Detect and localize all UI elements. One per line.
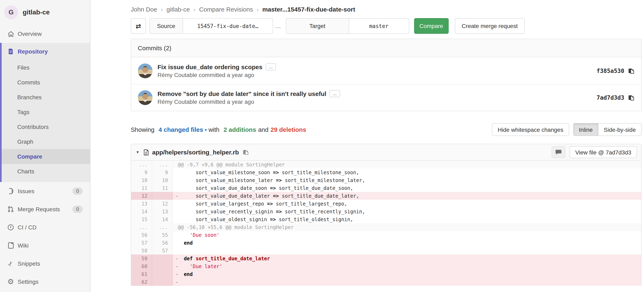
new-line-number[interactable]: 11: [152, 184, 172, 192]
toggle-comments-button[interactable]: [552, 146, 566, 158]
avatar: [138, 63, 152, 78]
diff-line-row: 1312 sort_value_largest_repo => sort_tit…: [131, 200, 641, 208]
new-line-number[interactable]: 55: [152, 231, 172, 239]
commit-title-link[interactable]: Remove "sort by due date later" since it…: [158, 90, 326, 97]
new-line-number[interactable]: ...: [152, 223, 172, 231]
new-line-number[interactable]: [152, 262, 172, 270]
diff-table-body: ......@@ -9,7 +9,6 @@ module SortingHelp…: [131, 161, 641, 286]
commit-sha-link[interactable]: 7ad7d3d3: [596, 94, 624, 101]
diff-line-content: [172, 247, 641, 254]
breadcrumb-compare-link[interactable]: Compare Revisions: [199, 6, 253, 13]
old-line-number[interactable]: 62: [131, 278, 152, 286]
copy-icon[interactable]: [628, 67, 634, 74]
sidebar-item-repository[interactable]: Repository: [2, 43, 90, 60]
sidebar-item-branches[interactable]: Branches: [2, 90, 90, 105]
new-line-number[interactable]: [152, 254, 172, 262]
sidebar-item-label: Overview: [18, 31, 42, 37]
diff-table: ......@@ -9,7 +9,6 @@ module SortingHelp…: [131, 161, 641, 286]
merge-requests-count-badge: 0: [72, 206, 83, 213]
sidebar-item-label: Wiki: [18, 242, 28, 249]
copy-file-path-icon[interactable]: [243, 149, 249, 155]
diff-file-name[interactable]: app/helpers/sorting_helper.rb: [152, 149, 239, 156]
source-branch-dropdown[interactable]: 15457-fix-due-date…: [182, 18, 273, 34]
new-line-number[interactable]: [152, 270, 172, 278]
new-line-number[interactable]: 14: [152, 215, 172, 223]
document-icon: [7, 48, 14, 55]
new-line-number[interactable]: 56: [152, 239, 172, 247]
breadcrumb-user-link[interactable]: John Doe: [131, 6, 157, 13]
new-line-number[interactable]: 57: [152, 247, 172, 254]
sidebar-item-overview[interactable]: Overview: [0, 25, 90, 43]
merge-request-icon: [7, 206, 14, 213]
diff-file-header: ▾ app/helpers/sorting_helper.rb: [131, 144, 641, 161]
breadcrumb-project-link[interactable]: gitlab-ce: [166, 6, 190, 13]
swap-revisions-button[interactable]: ⇄: [131, 18, 146, 34]
old-line-number[interactable]: 58: [131, 247, 152, 254]
old-line-number[interactable]: 15: [131, 215, 152, 223]
old-line-number[interactable]: 10: [131, 176, 152, 184]
sidebar-item-merge-requests[interactable]: Merge Requests 0: [0, 200, 90, 218]
diff-line-sign: -: [172, 279, 178, 285]
sidebar-item-tags[interactable]: Tags: [2, 105, 90, 119]
create-merge-request-button[interactable]: Create merge request: [454, 18, 524, 34]
old-line-number[interactable]: 9: [131, 169, 152, 176]
commit-sha-link[interactable]: f385a530: [596, 67, 624, 74]
new-line-number[interactable]: 9: [152, 169, 172, 176]
sidebar-item-ci-cd[interactable]: CI / CD: [0, 218, 90, 236]
new-line-number[interactable]: ...: [152, 161, 172, 169]
sidebar-item-commits[interactable]: Commits: [2, 75, 90, 90]
sidebar-item-snippets[interactable]: ✂ Snippets: [0, 254, 90, 273]
old-line-number[interactable]: 60: [131, 262, 152, 270]
sidebar-item-wiki[interactable]: Wiki: [0, 236, 90, 254]
new-line-number[interactable]: 10: [152, 176, 172, 184]
main-content: John Doe › gitlab-ce › Compare Revisions…: [90, 0, 644, 292]
old-line-number[interactable]: 59: [131, 254, 152, 262]
caret-down-icon[interactable]: ▾: [205, 128, 207, 132]
diff-line-content: -: [172, 278, 641, 286]
old-line-number[interactable]: 61: [131, 270, 152, 278]
hide-whitespace-button[interactable]: Hide whitespace changes: [492, 123, 569, 136]
old-line-number[interactable]: 12: [131, 192, 152, 200]
sidebar-item-contributors[interactable]: Contributors: [2, 119, 90, 134]
commit-description-toggle[interactable]: ...: [330, 90, 340, 97]
diff-view-switch: Inline Side-by-side: [573, 123, 642, 136]
home-icon: [7, 30, 14, 37]
new-line-number[interactable]: 12: [152, 200, 172, 208]
sidebar-section-repository: Repository Files Commits Branches Tags C…: [0, 43, 90, 182]
commit-title-link[interactable]: Fix issue due_date ordering scopes: [158, 63, 262, 70]
old-line-number[interactable]: 13: [131, 200, 152, 208]
old-line-number[interactable]: 11: [131, 184, 152, 192]
collapse-caret-icon[interactable]: ▾: [136, 150, 143, 155]
sidebar-item-issues[interactable]: Issues 0: [0, 182, 90, 200]
old-line-number[interactable]: 57: [131, 239, 152, 247]
side-by-side-view-button[interactable]: Side-by-side: [598, 123, 642, 136]
compare-button[interactable]: Compare: [414, 18, 448, 34]
view-file-button[interactable]: View file @ 7ad7d3d3: [570, 146, 637, 158]
diff-line-content: - sort_value_due_date_later => sort_titl…: [172, 192, 641, 200]
changed-files-dropdown[interactable]: 4 changed files: [158, 126, 203, 133]
commit-description-toggle[interactable]: ...: [266, 63, 276, 70]
project-header[interactable]: G gitlab-ce: [0, 0, 90, 19]
sidebar-item-label: CI / CD: [18, 224, 36, 231]
diff-line-row: 1010 sort_value_milestone_later => sort_…: [131, 176, 641, 184]
old-line-number[interactable]: 56: [131, 231, 152, 239]
old-line-number[interactable]: ...: [131, 161, 152, 169]
sidebar-item-files[interactable]: Files: [2, 60, 90, 75]
target-branch-dropdown[interactable]: master: [348, 18, 409, 34]
old-line-number[interactable]: 14: [131, 208, 152, 215]
issues-icon: [7, 188, 14, 194]
new-line-number[interactable]: 13: [152, 208, 172, 215]
target-group: Target master: [286, 18, 409, 34]
copy-icon[interactable]: [628, 94, 634, 101]
project-avatar: G: [4, 5, 18, 19]
diff-stats-with: with: [208, 126, 220, 133]
inline-view-button[interactable]: Inline: [573, 123, 598, 136]
sidebar-item-settings[interactable]: ⚙ Settings: [0, 273, 90, 291]
diff-line-sign: -: [172, 263, 178, 269]
old-line-number[interactable]: ...: [131, 223, 152, 231]
new-line-number[interactable]: [152, 192, 172, 200]
sidebar-item-charts[interactable]: Charts: [2, 164, 90, 179]
new-line-number[interactable]: [152, 278, 172, 286]
sidebar-item-graph[interactable]: Graph: [2, 134, 90, 149]
sidebar-item-compare[interactable]: Compare: [2, 149, 90, 164]
